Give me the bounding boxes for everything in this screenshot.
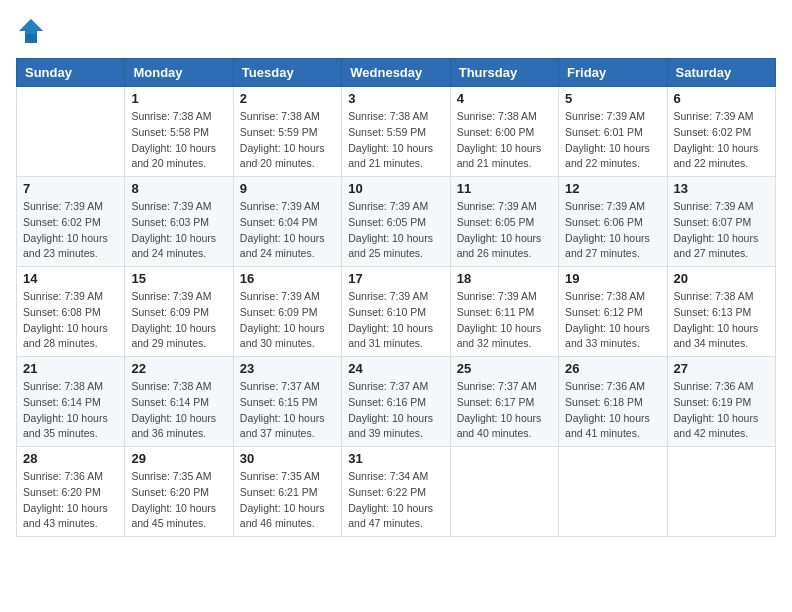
day-info: Sunrise: 7:34 AM Sunset: 6:22 PM Dayligh… <box>348 469 443 532</box>
day-info: Sunrise: 7:38 AM Sunset: 5:59 PM Dayligh… <box>240 109 335 172</box>
calendar-cell: 20Sunrise: 7:38 AM Sunset: 6:13 PM Dayli… <box>667 267 775 357</box>
day-number: 8 <box>131 181 226 196</box>
calendar-day-header: Sunday <box>17 59 125 87</box>
day-number: 1 <box>131 91 226 106</box>
day-number: 14 <box>23 271 118 286</box>
calendar-week-row: 7Sunrise: 7:39 AM Sunset: 6:02 PM Daylig… <box>17 177 776 267</box>
calendar-cell: 8Sunrise: 7:39 AM Sunset: 6:03 PM Daylig… <box>125 177 233 267</box>
calendar-cell: 12Sunrise: 7:39 AM Sunset: 6:06 PM Dayli… <box>559 177 667 267</box>
day-number: 24 <box>348 361 443 376</box>
day-info: Sunrise: 7:39 AM Sunset: 6:09 PM Dayligh… <box>240 289 335 352</box>
day-info: Sunrise: 7:38 AM Sunset: 6:14 PM Dayligh… <box>131 379 226 442</box>
day-number: 6 <box>674 91 769 106</box>
day-info: Sunrise: 7:39 AM Sunset: 6:10 PM Dayligh… <box>348 289 443 352</box>
day-info: Sunrise: 7:39 AM Sunset: 6:01 PM Dayligh… <box>565 109 660 172</box>
day-info: Sunrise: 7:35 AM Sunset: 6:21 PM Dayligh… <box>240 469 335 532</box>
day-number: 26 <box>565 361 660 376</box>
day-number: 13 <box>674 181 769 196</box>
day-info: Sunrise: 7:38 AM Sunset: 6:14 PM Dayligh… <box>23 379 118 442</box>
day-info: Sunrise: 7:38 AM Sunset: 5:59 PM Dayligh… <box>348 109 443 172</box>
day-number: 11 <box>457 181 552 196</box>
calendar-cell: 22Sunrise: 7:38 AM Sunset: 6:14 PM Dayli… <box>125 357 233 447</box>
calendar-week-row: 14Sunrise: 7:39 AM Sunset: 6:08 PM Dayli… <box>17 267 776 357</box>
day-number: 25 <box>457 361 552 376</box>
calendar-cell: 3Sunrise: 7:38 AM Sunset: 5:59 PM Daylig… <box>342 87 450 177</box>
day-info: Sunrise: 7:38 AM Sunset: 5:58 PM Dayligh… <box>131 109 226 172</box>
calendar-cell: 21Sunrise: 7:38 AM Sunset: 6:14 PM Dayli… <box>17 357 125 447</box>
calendar-cell: 28Sunrise: 7:36 AM Sunset: 6:20 PM Dayli… <box>17 447 125 537</box>
day-number: 9 <box>240 181 335 196</box>
day-number: 22 <box>131 361 226 376</box>
calendar-cell <box>450 447 558 537</box>
day-number: 10 <box>348 181 443 196</box>
calendar-week-row: 1Sunrise: 7:38 AM Sunset: 5:58 PM Daylig… <box>17 87 776 177</box>
calendar-cell: 4Sunrise: 7:38 AM Sunset: 6:00 PM Daylig… <box>450 87 558 177</box>
day-info: Sunrise: 7:37 AM Sunset: 6:15 PM Dayligh… <box>240 379 335 442</box>
day-info: Sunrise: 7:37 AM Sunset: 6:17 PM Dayligh… <box>457 379 552 442</box>
day-number: 18 <box>457 271 552 286</box>
day-number: 19 <box>565 271 660 286</box>
day-number: 27 <box>674 361 769 376</box>
day-info: Sunrise: 7:39 AM Sunset: 6:06 PM Dayligh… <box>565 199 660 262</box>
day-info: Sunrise: 7:39 AM Sunset: 6:07 PM Dayligh… <box>674 199 769 262</box>
day-info: Sunrise: 7:36 AM Sunset: 6:20 PM Dayligh… <box>23 469 118 532</box>
calendar-cell: 27Sunrise: 7:36 AM Sunset: 6:19 PM Dayli… <box>667 357 775 447</box>
day-info: Sunrise: 7:35 AM Sunset: 6:20 PM Dayligh… <box>131 469 226 532</box>
calendar-table: SundayMondayTuesdayWednesdayThursdayFrid… <box>16 58 776 537</box>
page-header <box>16 16 776 46</box>
calendar-day-header: Saturday <box>667 59 775 87</box>
day-info: Sunrise: 7:38 AM Sunset: 6:12 PM Dayligh… <box>565 289 660 352</box>
calendar-day-header: Monday <box>125 59 233 87</box>
calendar-cell: 31Sunrise: 7:34 AM Sunset: 6:22 PM Dayli… <box>342 447 450 537</box>
day-number: 2 <box>240 91 335 106</box>
logo-icon <box>16 16 46 46</box>
calendar-cell: 13Sunrise: 7:39 AM Sunset: 6:07 PM Dayli… <box>667 177 775 267</box>
calendar-week-row: 28Sunrise: 7:36 AM Sunset: 6:20 PM Dayli… <box>17 447 776 537</box>
day-info: Sunrise: 7:39 AM Sunset: 6:05 PM Dayligh… <box>348 199 443 262</box>
calendar-day-header: Tuesday <box>233 59 341 87</box>
day-number: 4 <box>457 91 552 106</box>
calendar-cell: 2Sunrise: 7:38 AM Sunset: 5:59 PM Daylig… <box>233 87 341 177</box>
calendar-cell: 6Sunrise: 7:39 AM Sunset: 6:02 PM Daylig… <box>667 87 775 177</box>
calendar-cell: 24Sunrise: 7:37 AM Sunset: 6:16 PM Dayli… <box>342 357 450 447</box>
logo <box>16 16 50 46</box>
day-number: 31 <box>348 451 443 466</box>
calendar-cell: 25Sunrise: 7:37 AM Sunset: 6:17 PM Dayli… <box>450 357 558 447</box>
calendar-cell: 7Sunrise: 7:39 AM Sunset: 6:02 PM Daylig… <box>17 177 125 267</box>
day-info: Sunrise: 7:39 AM Sunset: 6:02 PM Dayligh… <box>23 199 118 262</box>
calendar-cell: 10Sunrise: 7:39 AM Sunset: 6:05 PM Dayli… <box>342 177 450 267</box>
calendar-cell <box>17 87 125 177</box>
day-info: Sunrise: 7:39 AM Sunset: 6:09 PM Dayligh… <box>131 289 226 352</box>
calendar-cell: 1Sunrise: 7:38 AM Sunset: 5:58 PM Daylig… <box>125 87 233 177</box>
day-number: 7 <box>23 181 118 196</box>
day-info: Sunrise: 7:39 AM Sunset: 6:02 PM Dayligh… <box>674 109 769 172</box>
day-number: 29 <box>131 451 226 466</box>
day-number: 16 <box>240 271 335 286</box>
calendar-cell: 29Sunrise: 7:35 AM Sunset: 6:20 PM Dayli… <box>125 447 233 537</box>
day-info: Sunrise: 7:39 AM Sunset: 6:05 PM Dayligh… <box>457 199 552 262</box>
day-info: Sunrise: 7:36 AM Sunset: 6:18 PM Dayligh… <box>565 379 660 442</box>
day-number: 30 <box>240 451 335 466</box>
calendar-cell <box>559 447 667 537</box>
svg-marker-1 <box>19 19 43 34</box>
day-info: Sunrise: 7:38 AM Sunset: 6:00 PM Dayligh… <box>457 109 552 172</box>
calendar-day-header: Wednesday <box>342 59 450 87</box>
calendar-cell <box>667 447 775 537</box>
day-number: 12 <box>565 181 660 196</box>
calendar-week-row: 21Sunrise: 7:38 AM Sunset: 6:14 PM Dayli… <box>17 357 776 447</box>
day-info: Sunrise: 7:38 AM Sunset: 6:13 PM Dayligh… <box>674 289 769 352</box>
day-number: 15 <box>131 271 226 286</box>
day-number: 17 <box>348 271 443 286</box>
calendar-cell: 11Sunrise: 7:39 AM Sunset: 6:05 PM Dayli… <box>450 177 558 267</box>
day-number: 20 <box>674 271 769 286</box>
day-info: Sunrise: 7:36 AM Sunset: 6:19 PM Dayligh… <box>674 379 769 442</box>
calendar-cell: 16Sunrise: 7:39 AM Sunset: 6:09 PM Dayli… <box>233 267 341 357</box>
calendar-day-header: Thursday <box>450 59 558 87</box>
calendar-cell: 15Sunrise: 7:39 AM Sunset: 6:09 PM Dayli… <box>125 267 233 357</box>
day-info: Sunrise: 7:39 AM Sunset: 6:04 PM Dayligh… <box>240 199 335 262</box>
calendar-header-row: SundayMondayTuesdayWednesdayThursdayFrid… <box>17 59 776 87</box>
day-number: 28 <box>23 451 118 466</box>
day-number: 5 <box>565 91 660 106</box>
calendar-cell: 14Sunrise: 7:39 AM Sunset: 6:08 PM Dayli… <box>17 267 125 357</box>
day-number: 3 <box>348 91 443 106</box>
